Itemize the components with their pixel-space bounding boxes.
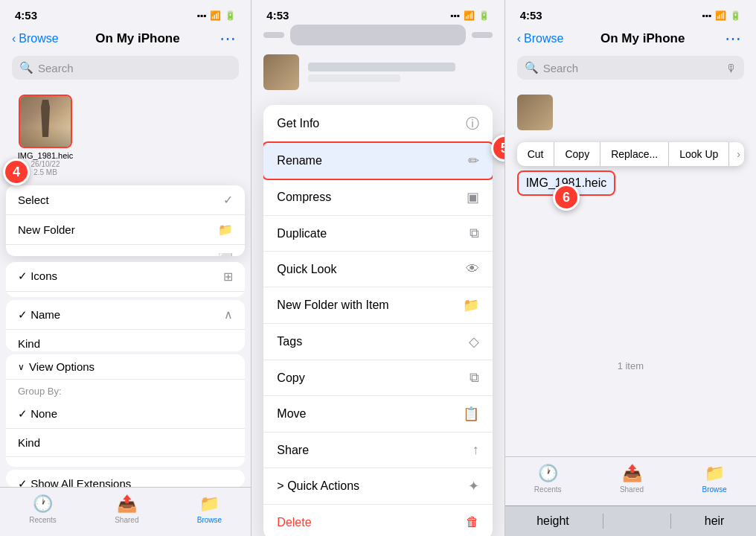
status-icons-left: ▪▪▪ 📶 🔋 [197,10,237,21]
share-icon: ↑ [472,442,479,458]
ctx-move[interactable]: Move 📋 [263,396,492,433]
time-middle: 4:53 [266,9,289,22]
step-badge-5: 5 [491,135,504,162]
ctx-share[interactable]: Share ↑ [263,433,492,468]
wifi-icon: 📶 [210,10,221,21]
tab-recents-right[interactable]: 🕐 Recents [534,463,562,494]
mic-icon: 🎙 [725,62,737,74]
text-actions: Cut Copy Replace... Look Up › [517,142,744,166]
file-name: IMG_1981.heic [18,151,74,160]
status-icons-right: ▪▪▪ 📶 🔋 [702,10,741,21]
file-item-left[interactable]: IMG_1981.heic 26/10/22 2.5 MB 4 [12,95,79,176]
select-icon: ✓ [223,193,233,207]
status-bar-right: 4:53 ▪▪▪ 📶 🔋 [505,0,756,25]
ctx-tags[interactable]: Tags ◇ [263,324,492,360]
more-text-actions[interactable]: › [729,142,744,166]
nav-title-right: On My iPhone [600,31,685,46]
sort-section: ✓ Name ∧ Kind Date [6,300,245,351]
chevron-left-icon: ‹ [12,32,16,45]
status-icons-middle: ▪▪▪ 📶 🔋 [450,10,490,21]
menu-name[interactable]: ✓ Name ∧ [6,300,245,330]
cut-button[interactable]: Cut [517,142,555,166]
tab-bar-left: 🕐 Recents 📤 Shared 📁 Browse [0,487,251,536]
look-up-button[interactable]: Look Up [669,142,729,166]
tab-shared-right[interactable]: 📤 Shared [620,463,644,494]
show-extensions[interactable]: ✓ Show All Extensions [6,470,245,487]
ctx-quick-look[interactable]: Quick Look 👁 [263,252,492,287]
browse-label-right: Browse [702,485,726,494]
compress-icon: ▣ [467,189,479,205]
menu-new-folder[interactable]: New Folder 📁 [6,215,245,245]
wifi-icon-right: 📶 [715,10,726,21]
chevron-down-icon: ∨ [18,362,25,372]
ctx-duplicate[interactable]: Duplicate ⧉ [263,216,492,252]
tab-shared-label: Shared [115,516,138,524]
ctx-copy[interactable]: Copy ⧉ [263,360,492,396]
rename-input-wrapper: IMG_1981.heic 6 [517,170,616,196]
group-date[interactable]: Date [6,457,245,467]
menu-icons[interactable]: ✓ Icons ⊞ [6,262,245,292]
small-thumb-middle [263,54,299,90]
ctx-delete[interactable]: Delete 🗑 [263,505,492,536]
more-button-left[interactable]: ⋯ [217,28,239,50]
copy-button-right[interactable]: Copy [554,142,600,166]
tab-recents-left[interactable]: 🕐 Recents [29,494,57,524]
ctx-new-folder-item[interactable]: New Folder with Item 📁 [263,287,492,324]
folder-item-icon: 📁 [463,297,479,313]
trash-icon: 🗑 [466,514,479,530]
keyboard-suggestions: height heir [505,505,756,536]
tags-icon: ◇ [469,334,479,350]
rename-icon: ✏ [468,153,479,169]
signal-icon-right: ▪▪▪ [702,10,711,21]
new-folder-label: New Folder [18,223,75,236]
quick-actions-icon: ✦ [468,478,479,494]
menu-kind[interactable]: Kind [6,330,245,351]
search-placeholder-left: Search [38,62,74,74]
wifi-icon-middle: 📶 [464,10,475,21]
suggest-divider-1 [603,514,603,529]
menu-select[interactable]: Select ✓ [6,185,245,215]
recents-label-right: Recents [534,485,562,494]
more-button-right[interactable]: ⋯ [722,28,744,50]
ctx-rename[interactable]: Rename ✏ [263,143,492,179]
search-bar-left[interactable]: 🔍 Search [12,56,239,80]
middle-file-row [252,45,504,99]
back-button-right[interactable]: ‹ Browse [517,32,564,45]
back-button-left[interactable]: ‹ Browse [12,32,59,45]
group-none[interactable]: ✓ None [6,400,245,429]
name-sort-icon: ∧ [224,307,233,322]
battery-icon-right: 🔋 [730,10,741,21]
nav-bar-left: ‹ Browse On My iPhone ⋯ [0,25,251,56]
tab-bar-right: 🕐 Recents 📤 Shared 📁 Browse [505,456,756,505]
search-placeholder-right: Search [543,62,721,74]
suggest-height[interactable]: height [536,514,569,528]
nav-bar-right: ‹ Browse On My iPhone ⋯ [505,25,756,56]
search-bar-right[interactable]: 🔍 Search 🎙 [517,56,744,80]
replace-button[interactable]: Replace... [600,142,669,166]
browse-icon-left: 📁 [199,494,220,514]
step-badge-6: 6 [553,184,580,211]
tab-shared-left[interactable]: 📤 Shared [115,494,138,524]
ctx-compress[interactable]: Compress ▣ [263,179,492,216]
small-thumb-right [517,95,553,130]
rename-section: Cut Copy Replace... Look Up › IMG_1981.h… [517,142,744,196]
tab-browse-right[interactable]: 📁 Browse [702,463,726,494]
suggest-divider-2 [670,514,671,529]
battery-icon-middle: 🔋 [478,10,490,21]
time-right: 4:53 [520,9,542,22]
search-icon-left: 🔍 [19,61,33,74]
tab-browse-left[interactable]: 📁 Browse [197,494,222,524]
blurred-nav-middle [252,25,504,45]
menu-list[interactable]: List ☰ [6,292,245,297]
status-bar-left: 4:53 ▪▪▪ 📶 🔋 [0,0,251,25]
middle-panel: 4:53 ▪▪▪ 📶 🔋 Get Info ⓘ Rename ✏ [252,0,504,536]
file-area-left: IMG_1981.heic 26/10/22 2.5 MB 4 [0,86,251,185]
suggest-heir[interactable]: heir [705,514,725,528]
view-options-header[interactable]: ∨ View Options [6,354,245,380]
chevron-left-icon-right: ‹ [517,32,521,45]
group-kind[interactable]: Kind [6,429,245,457]
view-options-section: ∨ View Options Group By: ✓ None Kind Dat… [6,354,245,467]
ctx-get-info[interactable]: Get Info ⓘ [263,105,492,143]
ctx-quick-actions[interactable]: > Quick Actions ✦ [263,468,492,505]
menu-scan-docs[interactable]: Scan Documents ⬜ [6,245,245,256]
